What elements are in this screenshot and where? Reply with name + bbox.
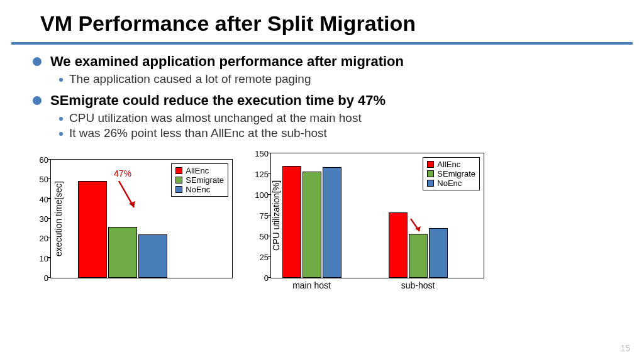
y-tick-label: 40 <box>40 194 51 204</box>
bar-noenc <box>429 228 448 278</box>
legend-swatch-noenc <box>427 180 434 187</box>
sub-bullet-text: The application caused a lot of remote p… <box>69 72 311 86</box>
y-tick-label: 0 <box>264 273 271 283</box>
y-tick-label: 125 <box>255 170 271 179</box>
arrow-icon <box>116 178 142 219</box>
chart-cpu-utilization: CPU utilization[%] AllEnc SEmigrate NoEn… <box>270 153 484 278</box>
y-tick-label: 60 <box>40 155 51 165</box>
y-tick-label: 150 <box>255 149 271 158</box>
legend-label: AllEnc <box>186 166 209 175</box>
bar-semig <box>303 172 321 278</box>
legend: AllEnc SEmigrate NoEnc <box>171 163 228 197</box>
bullet-text: We examined application performance afte… <box>50 53 404 70</box>
title-rule <box>11 42 633 45</box>
arrow-icon <box>408 216 427 240</box>
dot-icon <box>59 117 63 121</box>
legend-swatch-allenc <box>175 167 182 174</box>
x-tick-label: main host <box>292 278 331 290</box>
legend-label: NoEnc <box>186 185 210 194</box>
y-tick-label: 75 <box>260 211 271 221</box>
y-axis-label: CPU utilization[%] <box>271 180 281 251</box>
legend-label: SEmigrate <box>186 175 224 185</box>
sub-bullet-text: CPU utilization was almost unchanged at … <box>69 111 362 125</box>
bar-allenc <box>389 212 408 278</box>
y-tick-label: 20 <box>40 234 51 243</box>
y-tick-label: 100 <box>255 190 271 200</box>
bullet-icon <box>33 57 42 66</box>
dot-icon <box>59 132 63 136</box>
y-tick-label: 50 <box>40 175 51 184</box>
y-axis-label: execution time[sec] <box>53 181 64 256</box>
x-tick-label: sub-host <box>401 278 435 290</box>
chart-execution-time: execution time[sec] AllEnc SEmigrate NoE… <box>50 159 233 278</box>
legend-label: NoEnc <box>437 178 462 188</box>
bar-allenc <box>78 181 107 278</box>
bar-allenc <box>282 166 301 278</box>
bullet-icon <box>33 96 42 105</box>
annotation-47pct: 47% <box>114 168 131 178</box>
bullet-text: SEmigrate could reduce the execution tim… <box>50 92 386 109</box>
y-tick-label: 30 <box>40 214 51 224</box>
y-tick-label: 0 <box>44 273 51 283</box>
bar-semig <box>409 234 428 278</box>
page-title: VM Performance after Split Migration <box>0 0 644 42</box>
dot-icon <box>59 78 63 82</box>
sub-bullet-text: It was 26% point less than AllEnc at the… <box>69 126 327 140</box>
legend-swatch-semigrate <box>427 170 434 177</box>
bullet-content: We examined application performance afte… <box>0 53 644 140</box>
legend-swatch-semigrate <box>175 177 182 184</box>
legend-swatch-allenc <box>427 161 434 168</box>
bar-noenc <box>138 234 167 278</box>
y-tick-label: 50 <box>260 232 271 241</box>
legend-label: SEmigrate <box>437 169 475 178</box>
legend-swatch-noenc <box>175 186 182 193</box>
bar-semig <box>108 227 137 278</box>
y-tick-label: 10 <box>40 253 51 263</box>
page-number: 15 <box>620 343 630 353</box>
y-tick-label: 25 <box>260 253 271 262</box>
legend-label: AllEnc <box>437 160 460 169</box>
bar-noenc <box>323 167 341 278</box>
legend: AllEnc SEmigrate NoEnc <box>423 157 480 190</box>
